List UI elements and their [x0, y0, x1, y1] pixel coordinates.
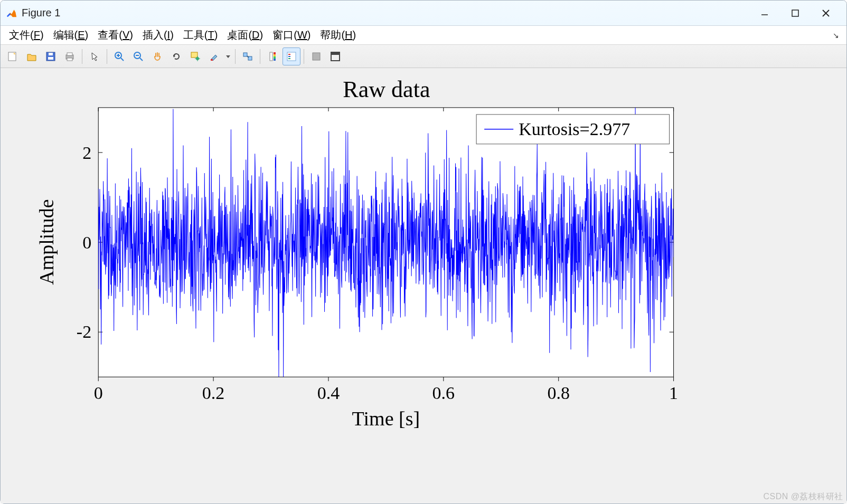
svg-rect-31 [274, 54, 276, 56]
svg-rect-11 [67, 58, 72, 61]
open-button[interactable] [23, 47, 41, 65]
svg-line-13 [121, 58, 124, 61]
svg-rect-29 [270, 52, 272, 61]
svg-rect-26 [243, 53, 247, 56]
menu-edit[interactable]: 编辑(E) [49, 27, 93, 43]
pan-button[interactable] [148, 47, 166, 65]
svg-marker-25 [226, 55, 230, 58]
svg-text:0: 0 [94, 383, 103, 403]
toolbar [1, 45, 846, 68]
minimize-button[interactable] [749, 3, 780, 24]
svg-rect-40 [331, 52, 340, 55]
figure-window: Figure 1 文件(F) 编辑(E) 查看(V) 插入(I) 工具(T) 桌… [0, 0, 847, 504]
chart-title: Raw data [343, 77, 430, 102]
svg-text:0: 0 [82, 233, 91, 252]
svg-rect-1 [792, 10, 798, 16]
maximize-button[interactable] [780, 3, 811, 24]
brush-button[interactable] [205, 47, 223, 65]
pointer-button[interactable] [86, 47, 103, 65]
svg-text:-2: -2 [77, 322, 91, 341]
svg-rect-38 [313, 53, 320, 60]
svg-rect-24 [211, 59, 213, 61]
menu-tools[interactable]: 工具(T) [179, 27, 222, 43]
svg-rect-30 [274, 52, 276, 54]
svg-text:0.8: 0.8 [547, 383, 570, 403]
y-axis-label: Amplitude [35, 199, 58, 284]
menu-help[interactable]: 帮助(H) [316, 27, 360, 43]
new-figure-button[interactable] [4, 47, 22, 65]
menu-insert[interactable]: 插入(I) [138, 27, 178, 43]
svg-text:0.2: 0.2 [202, 383, 225, 403]
svg-text:0.4: 0.4 [317, 383, 340, 403]
menu-file[interactable]: 文件(F) [5, 27, 48, 43]
legend-button[interactable] [283, 47, 300, 65]
menu-desktop[interactable]: 桌面(D) [223, 27, 267, 43]
window-title: Figure 1 [22, 7, 60, 19]
zoom-out-button[interactable] [129, 47, 147, 65]
plot-svg: Raw data 0 0.2 0.4 0.6 0.8 1 [1, 68, 846, 503]
titlebar: Figure 1 [1, 1, 846, 26]
menubar: 文件(F) 编辑(E) 查看(V) 插入(I) 工具(T) 桌面(D) 窗口(W… [1, 26, 846, 45]
rotate-button[interactable] [167, 47, 185, 65]
legend[interactable]: Kurtosis=2.977 [476, 115, 669, 144]
link-button[interactable] [239, 47, 257, 65]
colorbar-button[interactable] [263, 47, 281, 65]
svg-text:1: 1 [669, 383, 678, 403]
svg-line-17 [140, 58, 143, 61]
hide-tools-button[interactable] [307, 47, 325, 65]
dock-button[interactable] [326, 47, 344, 65]
close-button[interactable] [811, 3, 841, 24]
svg-rect-20 [191, 52, 197, 58]
menu-window[interactable]: 窗口(W) [268, 27, 315, 43]
print-button[interactable] [61, 47, 79, 65]
svg-rect-7 [48, 57, 53, 60]
svg-rect-10 [67, 53, 72, 55]
svg-rect-33 [274, 59, 276, 61]
svg-text:2: 2 [82, 143, 91, 163]
menu-view[interactable]: 查看(V) [93, 27, 137, 43]
data-cursor-button[interactable] [186, 47, 204, 65]
watermark: CSDN @荔枝科研社 [763, 491, 843, 502]
svg-text:0.6: 0.6 [432, 383, 455, 403]
matlab-icon [6, 7, 17, 19]
brush-dropdown-button[interactable] [224, 47, 232, 65]
x-axis-label: Time [s] [352, 407, 420, 430]
svg-line-28 [247, 56, 249, 58]
svg-rect-8 [49, 53, 53, 55]
axes-area[interactable]: Raw data 0 0.2 0.4 0.6 0.8 1 [1, 68, 846, 503]
menubar-arrow-icon[interactable]: ↘ [833, 31, 842, 40]
legend-entry: Kurtosis=2.977 [519, 119, 630, 139]
zoom-in-button[interactable] [110, 47, 128, 65]
svg-rect-32 [274, 56, 276, 59]
save-button[interactable] [42, 47, 60, 65]
